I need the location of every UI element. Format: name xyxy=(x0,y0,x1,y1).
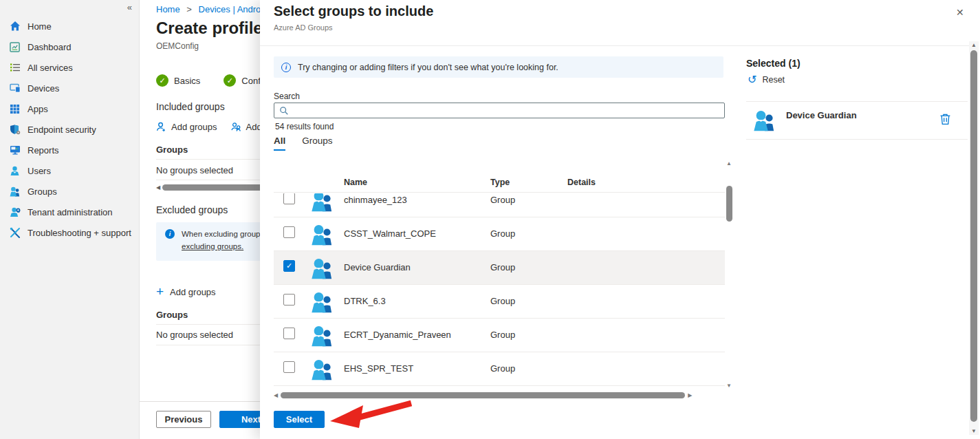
add-all-users-button[interactable]: Add xyxy=(231,122,262,132)
sidebar-item-dashboard[interactable]: Dashboard xyxy=(0,36,139,57)
sidebar-item-label: Tenant administration xyxy=(28,207,113,217)
row-checkbox[interactable] xyxy=(283,328,295,339)
dashboard-icon xyxy=(9,41,21,53)
banner-text: When excluding group xyxy=(182,230,260,238)
scroll-right-icon[interactable]: ▶ xyxy=(688,392,692,398)
sidebar-item-devices[interactable]: Devices xyxy=(0,78,139,98)
row-checkbox[interactable] xyxy=(283,193,295,204)
sidebar-item-reports[interactable]: Reports xyxy=(0,140,139,160)
add-groups-label: Add groups xyxy=(171,122,217,132)
select-button[interactable]: Select xyxy=(274,411,325,428)
table-row[interactable]: ECRT_Dyanamic_Praveen Group xyxy=(274,319,725,352)
selected-group-name: Device Guardian xyxy=(786,110,857,120)
sidebar-item-all-services[interactable]: All services xyxy=(0,57,139,78)
group-icon xyxy=(752,109,776,131)
apps-icon xyxy=(9,103,21,115)
excluded-add-groups-button[interactable]: + Add groups xyxy=(156,286,216,297)
reset-button[interactable]: ↺ Reset xyxy=(748,75,785,85)
search-input[interactable] xyxy=(274,103,725,118)
table-row[interactable]: Device Guardian Group xyxy=(274,251,725,285)
table-row[interactable]: chinmayee_123 Group xyxy=(274,193,725,217)
group-icon xyxy=(309,324,334,347)
table-row[interactable]: EHS_SPR_TEST Group xyxy=(274,352,725,386)
tab-groups[interactable]: Groups xyxy=(302,136,332,151)
close-icon[interactable]: ✕ xyxy=(956,7,964,18)
sidebar-item-endpoint-security[interactable]: Endpoint security xyxy=(0,119,139,140)
panel-vertical-scrollbar[interactable]: ▲ ▼ xyxy=(969,41,979,435)
scrollbar-thumb[interactable] xyxy=(281,392,685,398)
table-row[interactable]: CSST_Walmart_COPE Group xyxy=(274,217,725,251)
scrollbar-thumb[interactable] xyxy=(726,186,732,222)
group-name: EHS_SPR_TEST xyxy=(344,363,413,374)
group-name: DTRK_6.3 xyxy=(344,296,386,306)
group-name: ECRT_Dyanamic_Praveen xyxy=(344,330,451,340)
included-groups-toolbar: Add groups Add xyxy=(156,122,262,132)
page-subtitle: OEMConfig xyxy=(156,41,199,51)
row-checkbox[interactable] xyxy=(283,361,295,373)
add-groups-button[interactable]: Add groups xyxy=(156,122,217,132)
previous-button[interactable]: Previous xyxy=(156,411,211,428)
endpoint-security-icon xyxy=(9,124,21,136)
add-groups-label: Add groups xyxy=(170,287,216,297)
group-name: Device Guardian xyxy=(344,262,411,272)
scroll-left-icon[interactable]: ◀ xyxy=(156,184,160,191)
table-horizontal-scrollbar[interactable]: ◀ ▶ xyxy=(274,391,725,400)
sidebar-item-groups[interactable]: Groups xyxy=(0,181,139,202)
scroll-up-icon[interactable]: ▲ xyxy=(726,160,732,167)
banner-text: Try changing or adding filters if you do… xyxy=(298,63,558,72)
scroll-left-icon[interactable]: ◀ xyxy=(274,392,278,398)
delete-icon[interactable] xyxy=(939,113,951,125)
breadcrumb-home-link[interactable]: Home xyxy=(156,4,180,14)
tab-all[interactable]: All xyxy=(274,136,285,151)
breadcrumb-separator: > xyxy=(186,4,192,14)
table-row[interactable]: DTRK_6.3 Group xyxy=(274,285,725,319)
column-name: Name xyxy=(344,178,367,187)
panel-subtitle: Azure AD Groups xyxy=(274,23,333,32)
step-basics[interactable]: ✓ Basics xyxy=(156,74,200,87)
sidebar-item-troubleshooting[interactable]: Troubleshooting + support xyxy=(0,222,139,243)
groups-icon xyxy=(9,186,21,197)
table-header: Name Type Details xyxy=(274,172,725,193)
divider xyxy=(746,139,968,140)
sidebar-item-home[interactable]: Home xyxy=(0,16,139,36)
results-count: 54 results found xyxy=(275,122,334,131)
column-details: Details xyxy=(567,178,596,187)
excluding-groups-link[interactable]: excluding groups. xyxy=(182,242,243,250)
collapse-sidebar-icon[interactable]: « xyxy=(127,2,132,12)
sidebar-item-apps[interactable]: Apps xyxy=(0,98,139,119)
scroll-up-icon[interactable]: ▲ xyxy=(971,42,977,48)
tenant-administration-icon xyxy=(9,206,21,218)
group-icon xyxy=(309,223,334,246)
annotation-arrow xyxy=(323,396,420,431)
breadcrumb: Home > Devices | Android xyxy=(156,4,268,14)
row-checkbox[interactable] xyxy=(283,294,295,306)
column-type: Type xyxy=(490,178,510,187)
row-checkbox[interactable] xyxy=(283,226,295,238)
row-checkbox[interactable] xyxy=(283,260,295,272)
group-type: Group xyxy=(490,330,515,340)
group-type: Group xyxy=(490,195,515,205)
scroll-down-icon[interactable]: ▼ xyxy=(971,428,977,434)
sidebar-item-users[interactable]: Users xyxy=(0,160,139,181)
filters-info-banner: i Try changing or adding filters if you … xyxy=(274,56,723,78)
group-icon xyxy=(309,257,334,279)
scroll-down-icon[interactable]: ▼ xyxy=(726,383,732,389)
groups-table: chinmayee_123 Group CSST_Walmart_COPE Gr… xyxy=(274,193,725,389)
group-type: Group xyxy=(490,228,515,239)
add-all-users-icon xyxy=(231,122,241,132)
sidebar-nav: Home Dashboard All services Devices xyxy=(0,16,139,243)
sidebar-item-label: Home xyxy=(28,21,52,32)
devices-icon xyxy=(9,83,21,94)
page-title: Create profile xyxy=(156,19,263,38)
table-vertical-scrollbar[interactable]: ▲ ▼ xyxy=(725,160,734,389)
sidebar-item-tenant-administration[interactable]: Tenant administration xyxy=(0,202,139,222)
sidebar-item-label: Troubleshooting + support xyxy=(28,228,131,238)
wizard-steps: ✓ Basics ✓ Configu xyxy=(156,74,272,87)
breadcrumb-current-link[interactable]: Devices | Android xyxy=(199,4,268,14)
add-person-icon xyxy=(156,122,166,132)
info-icon: i xyxy=(281,63,291,72)
select-groups-panel: Select groups to include Azure AD Groups… xyxy=(260,0,980,439)
scrollbar-thumb[interactable] xyxy=(970,50,977,422)
users-icon xyxy=(9,165,21,177)
selected-heading: Selected (1) xyxy=(746,58,801,69)
